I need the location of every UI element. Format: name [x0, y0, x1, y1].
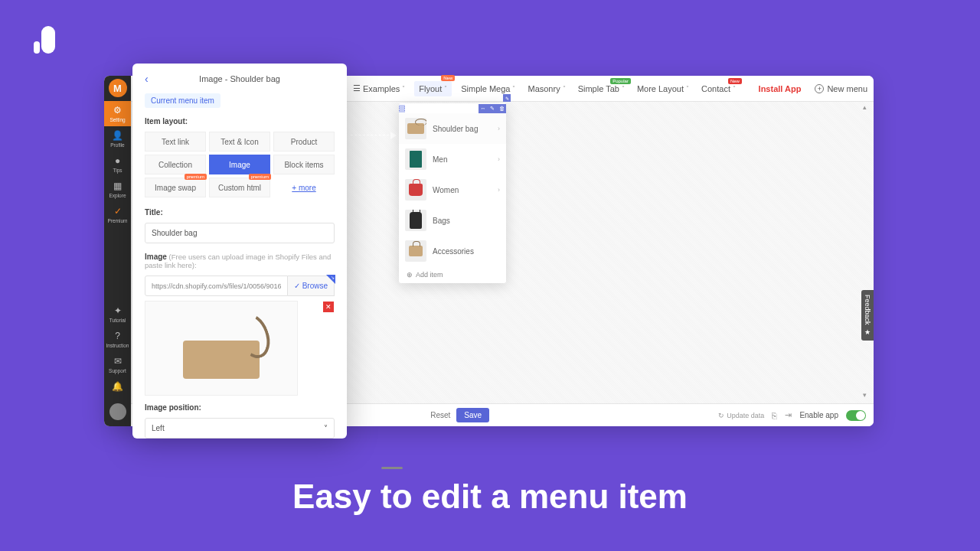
- grid-icon: ▦: [113, 181, 122, 191]
- chevron-down-icon: ˅: [686, 85, 689, 92]
- layout-image[interactable]: Image: [209, 155, 270, 174]
- plus-circle-icon: +: [815, 84, 824, 93]
- left-sidebar: M ⚙Setting 👤Profile ●Tips ▦Explore ✓Prem…: [104, 76, 131, 426]
- sidebar-item-premium[interactable]: ✓Premium: [104, 202, 131, 227]
- feedback-tab[interactable]: Feedback★: [861, 290, 874, 341]
- refresh-icon: ↻: [718, 412, 724, 419]
- update-data-button[interactable]: ↻Update data: [718, 412, 764, 419]
- browse-button[interactable]: ✓Browse: [288, 276, 335, 296]
- chevron-down-icon: ˅: [563, 85, 566, 92]
- menu-item-simple-mega[interactable]: Simple Mega˅: [458, 84, 518, 93]
- gear-icon: ⚙: [113, 105, 122, 116]
- sidebar-item-explore[interactable]: ▦Explore: [104, 177, 131, 202]
- sidebar-item-notifications[interactable]: 🔔: [104, 377, 131, 397]
- chevron-down-icon: ˅: [622, 85, 625, 92]
- chevron-down-icon: ˅: [512, 85, 515, 92]
- pointer-arrow: [351, 130, 397, 141]
- new-badge: New: [728, 78, 742, 84]
- image-position-select[interactable]: Left˅: [145, 418, 335, 439]
- scroll-indicators: ▴▾: [863, 103, 871, 399]
- copy-icon[interactable]: ⎘: [772, 411, 777, 420]
- horizontal-scrollbar[interactable]: [381, 467, 403, 469]
- hero-headline: Easy to edit a menu item: [0, 478, 980, 516]
- menu-item-simple-tab[interactable]: Simple Tab˅Popular: [575, 84, 628, 93]
- sidebar-item-instruction[interactable]: ?Instruction: [104, 327, 131, 352]
- layout-text-icon[interactable]: Text & Icon: [209, 132, 270, 152]
- menu-item-masonry[interactable]: Masonry˅: [524, 84, 568, 93]
- hamburger-icon: ☰: [353, 83, 361, 93]
- chevron-down-icon: ˅: [402, 85, 405, 92]
- bell-icon: 🔔: [112, 381, 123, 392]
- chevron-down-icon: ˅: [444, 85, 447, 92]
- menu-item-examples[interactable]: ☰Examples˅: [350, 83, 408, 93]
- thumbnail: [405, 210, 426, 231]
- save-button[interactable]: Save: [456, 408, 489, 422]
- sidebar-item-tips[interactable]: ●Tips: [104, 152, 131, 177]
- bag-image: [183, 341, 260, 379]
- export-icon[interactable]: ⇥: [785, 410, 792, 420]
- layout-grid: Text link Text & Icon Product Collection…: [145, 132, 335, 197]
- chevron-right-icon: ›: [498, 125, 500, 132]
- brand-logo: [34, 26, 60, 54]
- dropdown-item-bags[interactable]: Bags: [399, 205, 506, 236]
- dropdown-item-men[interactable]: Men ›: [399, 144, 506, 174]
- dropdown-item-shoulder-bag[interactable]: Shoulder bag ›: [399, 113, 506, 144]
- image-field-label: Image (Free users can upload image in Sh…: [145, 253, 335, 269]
- editor-panel: Image - Shoulder bag ‹ Current menu item…: [132, 64, 347, 439]
- app-logo-icon[interactable]: M: [109, 79, 127, 97]
- chevron-right-icon: ›: [498, 186, 500, 194]
- move-icon[interactable]: ↔: [479, 104, 488, 113]
- check-icon: ✓: [294, 282, 300, 290]
- remove-image-button[interactable]: ✕: [323, 302, 334, 312]
- menu-item-flyout[interactable]: Flyout˅New: [414, 81, 452, 96]
- delete-icon[interactable]: 🗑: [497, 104, 506, 113]
- plus-icon: ⊕: [407, 271, 413, 279]
- enable-app-toggle[interactable]: [846, 410, 866, 421]
- wand-icon: ✦: [114, 305, 122, 316]
- add-item-button[interactable]: ⊕Add item: [399, 266, 506, 283]
- flyout-dropdown: ✎ ⋮⋮ ↔ ✎ 🗑 Shoulder bag › Men › Women › …: [399, 103, 506, 283]
- edit-mini-icon[interactable]: ✎: [503, 94, 511, 102]
- dropdown-item-women[interactable]: Women ›: [399, 174, 506, 205]
- sidebar-item-profile[interactable]: 👤Profile: [104, 126, 131, 152]
- expand-icon: [326, 275, 335, 284]
- drag-handle-icon[interactable]: ⋮⋮: [399, 105, 405, 112]
- sidebar-item-setting[interactable]: ⚙Setting: [104, 101, 131, 126]
- current-item-badge: Current menu item: [145, 93, 220, 108]
- sidebar-item-support[interactable]: ✉Support: [104, 352, 131, 377]
- layout-block-items[interactable]: Block items: [273, 155, 335, 174]
- image-url-input[interactable]: [145, 276, 288, 296]
- help-icon: ?: [115, 331, 120, 341]
- thumbnail: [405, 179, 426, 201]
- sidebar-item-tutorial[interactable]: ✦Tutorial: [104, 302, 131, 327]
- menu-item-contact[interactable]: Contact˅New: [698, 84, 739, 93]
- premium-badge: premium: [249, 174, 271, 180]
- layout-image-swap[interactable]: Image swappremium: [145, 178, 206, 197]
- layout-more[interactable]: + more: [273, 178, 335, 197]
- premium-badge: premium: [185, 174, 207, 180]
- image-position-label: Image position:: [145, 403, 335, 412]
- chevron-down-icon: ˅: [324, 424, 328, 432]
- layout-collection[interactable]: Collection: [145, 155, 206, 174]
- dropdown-item-accessories[interactable]: Accessories: [399, 236, 506, 266]
- edit-icon[interactable]: ✎: [488, 104, 497, 113]
- mail-icon: ✉: [114, 356, 122, 367]
- title-field-label: Title:: [145, 208, 335, 217]
- chevron-down-icon: ˅: [733, 85, 736, 92]
- menu-item-more-layout[interactable]: More Layout˅: [634, 84, 692, 93]
- bulb-icon: ●: [115, 155, 120, 166]
- reset-button[interactable]: Reset: [430, 411, 450, 419]
- layout-text-link[interactable]: Text link: [145, 132, 206, 152]
- new-menu-button[interactable]: +New menu: [815, 84, 867, 93]
- layout-product[interactable]: Product: [273, 132, 335, 152]
- check-icon: ✓: [114, 206, 122, 217]
- user-avatar[interactable]: [109, 403, 126, 420]
- title-input[interactable]: [145, 223, 335, 243]
- install-app-button[interactable]: Install App: [759, 84, 802, 93]
- thumbnail: [405, 118, 426, 139]
- new-badge: New: [441, 75, 455, 81]
- layout-custom-html[interactable]: Custom htmlpremium: [209, 178, 270, 197]
- image-preview: ✕: [145, 301, 298, 396]
- item-layout-label: Item layout:: [145, 117, 335, 126]
- chevron-right-icon: ›: [498, 155, 500, 163]
